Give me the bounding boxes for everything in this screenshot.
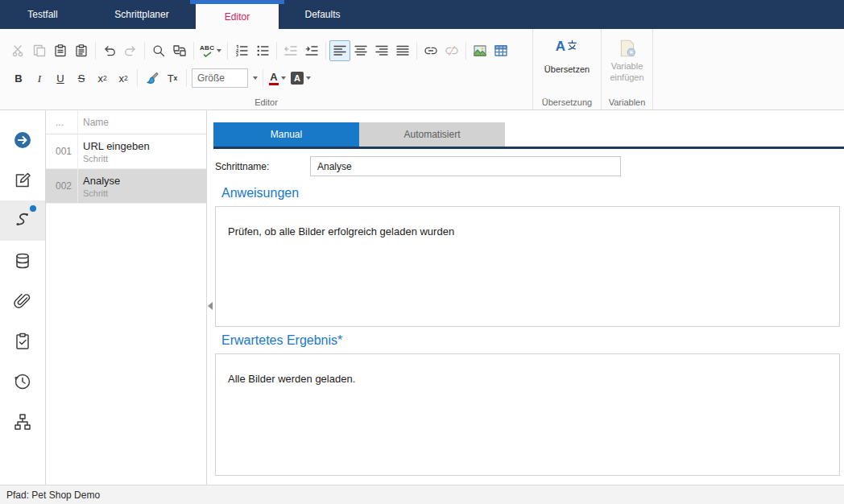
- copy-formatting-button[interactable]: [141, 68, 162, 89]
- remove-format-button[interactable]: Tx: [162, 68, 183, 89]
- anweisungen-editor[interactable]: Prüfen, ob alle Bilder erfolgreich gelad…: [215, 206, 840, 327]
- font-size-select[interactable]: Größe: [192, 68, 248, 88]
- chevron-down-icon: [306, 76, 311, 80]
- unlink-icon: [445, 43, 459, 58]
- bold-button[interactable]: B: [8, 68, 29, 89]
- indent-button[interactable]: [301, 40, 322, 61]
- application-window: Testfall Schrittplaner Editor Defaults: [0, 0, 844, 504]
- status-bar: Pfad: Pet Shop Demo: [0, 485, 844, 504]
- uebersetzen-button[interactable]: A Übersetzen: [536, 34, 598, 95]
- tab-manual[interactable]: Manual: [213, 122, 359, 147]
- sidebar-item-attachments[interactable]: [0, 281, 45, 321]
- copy-icon: [32, 43, 47, 58]
- bulleted-list-button[interactable]: [252, 40, 273, 61]
- paste-button[interactable]: [50, 40, 71, 61]
- toolbar-separator: [416, 42, 417, 60]
- ribbon-group-editor: ABC: [0, 29, 533, 109]
- schrittname-input[interactable]: [310, 156, 621, 176]
- hierarchy-icon: [13, 412, 32, 432]
- sidebar-item-steps[interactable]: [0, 200, 45, 241]
- step-list: ... Name 001 URL eingeben Schritt 002 An…: [46, 110, 207, 485]
- go-arrow-icon: [13, 130, 32, 150]
- spellcheck-button[interactable]: ABC: [197, 40, 224, 61]
- chevron-down-icon: [253, 76, 258, 80]
- step-row-selected[interactable]: 002 Analyse Schritt: [46, 169, 206, 204]
- paste-text-button[interactable]: [71, 40, 92, 61]
- column-header-name: Name: [78, 110, 109, 134]
- steps-flow-icon: [13, 211, 32, 230]
- image-icon: [473, 43, 487, 58]
- unlink-button[interactable]: [441, 40, 462, 61]
- insert-image-button[interactable]: [470, 40, 490, 61]
- background-color-button[interactable]: A: [288, 68, 313, 89]
- justify-icon: [395, 43, 410, 58]
- indent-icon: [304, 43, 319, 58]
- redo-icon: [123, 43, 138, 58]
- database-icon: [13, 251, 32, 271]
- erwartetes-ergebnis-editor[interactable]: Alle Bilder werden geladen.: [215, 353, 840, 476]
- ribbon-group-variablen: Variable einfügen Variablen: [602, 29, 653, 109]
- paste-icon: [53, 43, 68, 58]
- align-center-button[interactable]: [350, 40, 371, 61]
- numbered-list-button[interactable]: [231, 40, 252, 61]
- sidebar-item-go[interactable]: [0, 120, 45, 160]
- variable-einfuegen-button[interactable]: Variable einfügen: [604, 34, 650, 95]
- font-size-dropdown-button[interactable]: [248, 68, 259, 88]
- ribbon: ABC: [0, 29, 844, 110]
- ribbon-row-1: ABC: [8, 40, 511, 61]
- step-number: 001: [46, 134, 78, 168]
- chevron-down-icon: [217, 49, 221, 52]
- step-editor-panel: Manual Automatisiert Schrittname: Anweis…: [207, 110, 844, 485]
- step-name: Analyse: [83, 175, 120, 187]
- step-row[interactable]: 001 URL eingeben Schritt: [46, 134, 206, 169]
- tab-defaults[interactable]: Defaults: [283, 0, 362, 29]
- tab-editor[interactable]: Editor: [196, 4, 279, 29]
- toolbar-separator: [465, 42, 466, 60]
- tab-underline: [213, 147, 844, 149]
- copy-button[interactable]: [29, 40, 50, 61]
- italic-button[interactable]: I: [29, 68, 50, 89]
- outdent-icon: [283, 43, 298, 58]
- strikethrough-button[interactable]: S: [71, 68, 92, 89]
- insert-table-button[interactable]: [490, 40, 511, 61]
- align-right-button[interactable]: [371, 40, 392, 61]
- replace-icon: [172, 43, 187, 58]
- paste-text-icon: [74, 43, 89, 58]
- ribbon-tab-bar: Testfall Schrittplaner Editor Defaults: [0, 0, 844, 29]
- search-button[interactable]: [148, 40, 169, 61]
- underline-button[interactable]: U: [50, 68, 71, 89]
- tab-testfall[interactable]: Testfall: [0, 0, 85, 29]
- background-color-icon: A: [291, 72, 304, 85]
- notification-dot: [30, 205, 36, 212]
- replace-button[interactable]: [169, 40, 190, 61]
- tab-automatisiert[interactable]: Automatisiert: [359, 122, 505, 147]
- step-type: Schritt: [83, 154, 150, 163]
- sidebar-item-data[interactable]: [0, 241, 45, 281]
- superscript-button[interactable]: x2: [113, 68, 134, 89]
- sidebar-item-hierarchy[interactable]: [0, 402, 45, 442]
- sidebar-item-edit[interactable]: [0, 160, 45, 200]
- sidebar-item-checklist[interactable]: [0, 321, 45, 361]
- align-left-icon: [333, 43, 347, 58]
- step-name: URL eingeben: [83, 140, 150, 152]
- tab-schrittplaner[interactable]: Schrittplaner: [95, 0, 188, 29]
- align-left-button[interactable]: [329, 40, 350, 61]
- toolbar-separator: [227, 42, 228, 60]
- toolbar-separator: [144, 42, 145, 60]
- subscript-button[interactable]: x2: [92, 68, 113, 89]
- text-color-button[interactable]: A: [267, 68, 288, 89]
- toolbar-separator: [95, 42, 96, 60]
- path-label: Pfad: Pet Shop Demo: [6, 490, 100, 501]
- outdent-button[interactable]: [280, 40, 301, 61]
- undo-button[interactable]: [99, 40, 120, 61]
- history-icon: [13, 372, 32, 391]
- search-icon: [151, 43, 166, 58]
- redo-button[interactable]: [120, 40, 141, 61]
- numbered-list-icon: [234, 43, 249, 58]
- link-button[interactable]: [420, 40, 441, 61]
- check-icon: [203, 52, 212, 57]
- sidebar-item-history[interactable]: [0, 361, 45, 402]
- justify-button[interactable]: [392, 40, 413, 61]
- cut-button[interactable]: [8, 40, 29, 61]
- collapse-panel-arrow[interactable]: [208, 302, 213, 310]
